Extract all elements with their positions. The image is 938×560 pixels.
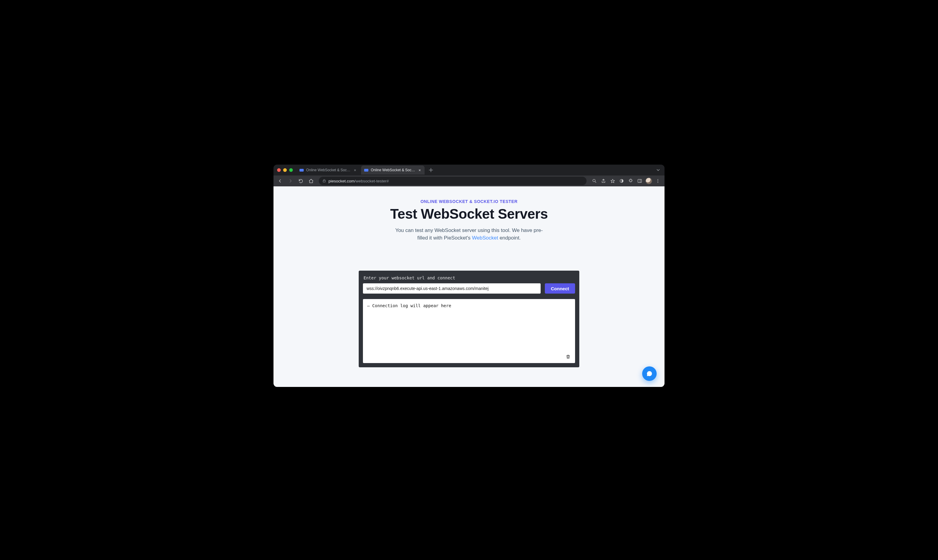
puzzle-icon	[628, 178, 633, 183]
tab-title: Online WebSocket & Socket.io	[306, 168, 351, 172]
back-button[interactable]	[276, 177, 284, 185]
arrow-left-icon	[277, 178, 283, 184]
url-path: /websocket-tester#	[354, 179, 389, 183]
page-headline: Test WebSocket Servers	[390, 206, 548, 222]
search-icon	[592, 178, 597, 183]
share-button[interactable]	[599, 177, 608, 185]
kebab-icon	[655, 178, 660, 183]
favicon-icon	[299, 169, 304, 172]
avatar-icon	[645, 178, 652, 184]
tab-title: Online WebSocket & Socket.io	[371, 168, 415, 172]
svg-point-3	[658, 179, 658, 180]
bookmark-button[interactable]	[608, 177, 617, 185]
svg-point-0	[593, 179, 595, 182]
plus-icon	[429, 168, 433, 172]
page-viewport: ONLINE WEBSOCKET & SOCKET.IO TESTER Test…	[274, 186, 664, 387]
browser-tab[interactable]: Online WebSocket & Socket.io ×	[296, 166, 360, 175]
websocket-url-input[interactable]	[363, 283, 541, 294]
favicon-icon	[364, 169, 368, 172]
browser-window: Online WebSocket & Socket.io × Online We…	[274, 165, 664, 387]
sidepanel-button[interactable]	[636, 177, 644, 185]
trash-icon	[566, 354, 570, 360]
profile-button[interactable]	[645, 177, 653, 185]
page-content: ONLINE WEBSOCKET & SOCKET.IO TESTER Test…	[274, 186, 664, 387]
reload-button[interactable]	[296, 177, 305, 185]
home-icon	[308, 178, 314, 184]
address-bar[interactable]: piesocket.com/websocket-tester#	[319, 177, 587, 185]
connection-log-panel: Connection log will appear here	[363, 299, 575, 363]
chevron-down-icon	[656, 168, 660, 172]
extensions-button[interactable]	[627, 177, 635, 185]
tabs-overflow-button[interactable]	[654, 166, 662, 174]
panel-icon	[637, 178, 642, 183]
ext-a-button[interactable]	[618, 177, 626, 185]
browser-tab-active[interactable]: Online WebSocket & Socket.io ×	[361, 166, 425, 175]
zoom-button[interactable]	[590, 177, 599, 185]
share-icon	[601, 178, 606, 183]
window-minimize-icon[interactable]	[283, 168, 287, 172]
lock-icon	[322, 179, 326, 183]
page-subhead: You can test any WebSocket server using …	[393, 227, 545, 242]
arrow-right-icon	[288, 178, 293, 184]
chat-fab[interactable]	[642, 366, 657, 381]
eyebrow-label: ONLINE WEBSOCKET & SOCKET.IO TESTER	[420, 199, 518, 204]
window-close-icon[interactable]	[277, 168, 281, 172]
new-tab-button[interactable]	[427, 166, 435, 174]
browser-toolbar: piesocket.com/websocket-tester#	[274, 175, 664, 186]
prompt-label: Enter your websocket url and connect	[363, 275, 575, 283]
connect-button[interactable]: Connect	[545, 283, 575, 294]
tester-card: Enter your websocket url and connect Con…	[359, 271, 579, 367]
window-controls	[276, 168, 295, 172]
subhead-text: endpoint.	[498, 235, 521, 241]
window-zoom-icon[interactable]	[289, 168, 293, 172]
forward-button[interactable]	[286, 177, 295, 185]
url-domain: piesocket.com	[328, 179, 354, 183]
input-row: Connect	[363, 283, 575, 294]
svg-point-5	[658, 182, 658, 182]
screenshot-root: Online WebSocket & Socket.io × Online We…	[257, 153, 681, 407]
svg-rect-2	[638, 179, 642, 183]
star-icon	[610, 178, 615, 184]
chat-icon	[646, 370, 653, 377]
tab-strip: Online WebSocket & Socket.io × Online We…	[274, 165, 664, 175]
websocket-link[interactable]: WebSocket	[472, 235, 498, 241]
refresh-icon	[298, 178, 303, 184]
url-text: piesocket.com/websocket-tester#	[328, 179, 389, 183]
browser-menu-button[interactable]	[654, 177, 662, 185]
clear-log-button[interactable]	[565, 354, 571, 360]
home-button[interactable]	[307, 177, 315, 185]
svg-point-4	[658, 181, 658, 181]
toolbar-right	[590, 177, 662, 185]
close-icon[interactable]: ×	[353, 168, 357, 172]
circle-half-icon	[619, 178, 624, 183]
close-icon[interactable]: ×	[417, 168, 422, 172]
log-line: Connection log will appear here	[367, 303, 571, 308]
